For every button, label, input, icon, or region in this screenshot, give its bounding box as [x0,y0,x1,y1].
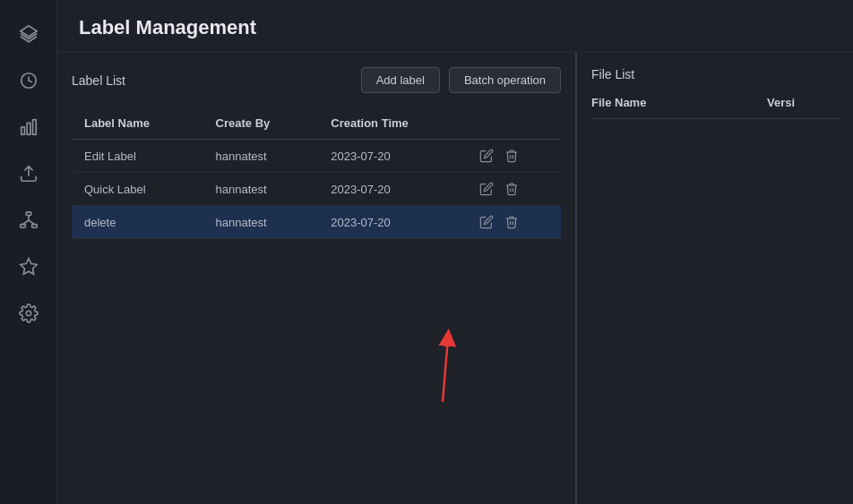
col-version: Versi [767,96,839,109]
export-icon [19,164,39,184]
file-table-header: File Name Versi [591,96,839,119]
star-icon [19,257,39,277]
sidebar-item-clock[interactable] [9,61,48,100]
network-icon [19,210,39,230]
add-label-button[interactable]: Add label [361,67,440,93]
cell-label-name: Edit Label [72,140,203,173]
svg-line-10 [22,220,28,225]
batch-operation-button[interactable]: Batch operation [449,67,561,93]
svg-rect-4 [32,120,36,135]
cell-creation-time: 2023-07-20 [318,206,467,239]
cell-label-name: delete [72,206,203,239]
delete-icon[interactable] [504,215,519,229]
cell-create-by: hannatest [203,140,319,173]
sidebar-item-settings[interactable] [9,294,48,333]
table-header-row: Label Name Create By Creation Time [72,107,561,140]
delete-icon[interactable] [504,149,519,163]
label-table-wrapper: Label Name Create By Creation Time Edit … [72,107,561,490]
file-list-title: File List [591,67,839,81]
col-label-name: Label Name [72,107,203,140]
settings-icon [19,303,39,323]
cell-create-by: hannatest [203,206,319,239]
edit-icon[interactable] [479,215,494,229]
layers-icon [19,24,39,44]
cell-actions [467,140,561,173]
cell-creation-time: 2023-07-20 [318,173,467,206]
delete-icon[interactable] [504,182,519,196]
page-header: Label Management [57,0,853,53]
panel-header: Label List Add label Batch operation [72,67,561,93]
panel-actions: Add label Batch operation [361,67,561,93]
main-content: Label Management Label List Add label Ba… [57,0,853,504]
svg-rect-2 [21,127,24,134]
sidebar [0,0,57,504]
chart-icon [19,117,39,137]
col-actions [467,107,561,140]
col-create-by: Create By [203,107,319,140]
table-row[interactable]: Quick Label hannatest 2023-07-20 [72,173,561,206]
page-title: Label Management [79,16,831,39]
sidebar-item-export[interactable] [9,154,48,193]
table-row[interactable]: Edit Label hannatest 2023-07-20 [72,140,561,173]
svg-rect-6 [26,212,31,216]
edit-icon[interactable] [479,182,494,196]
col-file-name: File Name [591,96,767,109]
svg-point-13 [26,311,31,316]
label-table: Label Name Create By Creation Time Edit … [72,107,561,239]
svg-line-11 [29,220,34,225]
svg-rect-8 [31,225,36,228]
col-creation-time: Creation Time [318,107,467,140]
cell-actions [467,173,561,206]
cell-label-name: Quick Label [72,173,203,206]
label-panel: Label List Add label Batch operation Lab… [57,53,577,504]
label-list-title: Label List [72,73,125,88]
svg-rect-3 [27,123,30,134]
file-panel: File List File Name Versi [577,53,853,504]
sidebar-item-chart[interactable] [9,107,48,147]
sidebar-item-layers[interactable] [9,14,48,54]
table-row[interactable]: delete hannatest 2023-07-20 [72,206,561,239]
clock-icon [19,71,39,90]
svg-rect-7 [20,225,25,228]
edit-icon[interactable] [479,149,494,163]
cell-creation-time: 2023-07-20 [318,140,467,173]
cell-create-by: hannatest [203,173,319,206]
svg-marker-12 [20,259,36,274]
sidebar-item-network[interactable] [9,201,48,240]
sidebar-item-star[interactable] [9,247,48,286]
content-area: Label List Add label Batch operation Lab… [57,53,853,504]
cell-actions [467,206,561,239]
